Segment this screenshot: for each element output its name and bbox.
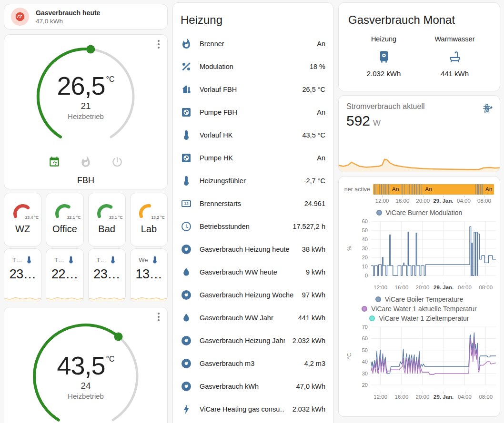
fire-circle-icon <box>181 335 192 346</box>
entity-row[interactable]: Gasverbrauch Heizung heute38 kWh <box>181 238 325 261</box>
gas-today-card[interactable]: Gasverbrauch heute 47,0 kWh <box>4 4 168 30</box>
monat-item-heizung[interactable]: Heizung2.032 kWh <box>348 35 419 78</box>
entity-name: Brenner <box>200 40 309 48</box>
calendar-sync-icon <box>48 156 60 170</box>
timeline-off-stripe <box>416 184 417 195</box>
axis-label: 20:00 <box>416 394 430 400</box>
hvac-mode-button-off[interactable] <box>111 156 123 170</box>
temperature-chart[interactable]: 203040506070°C <box>339 324 500 391</box>
legend-item[interactable]: ViCare Boiler Temperature <box>339 295 500 303</box>
entity-name: Gasverbrauch kWh <box>200 383 289 390</box>
gauge-value: 22,1 °C <box>67 215 81 220</box>
axis-tick <box>381 392 381 393</box>
entity-row[interactable]: Gasverbrauch m34,2 m3 <box>181 352 325 375</box>
entity-state: 26,5 °C <box>302 86 325 93</box>
gauge-card-wz[interactable]: 23,4 °CWZ <box>4 193 41 246</box>
gauge-icon <box>11 8 29 26</box>
legend-item[interactable]: ViCare Water 1 aktuelle Temperatur <box>339 305 500 313</box>
gas-month-card: Gasverbrauch Monat Heizung2.032 kWhWarmw… <box>338 2 500 91</box>
binary-sensor-timeline[interactable]: AnAnAn <box>373 184 494 195</box>
sensor-title: We <box>139 256 148 264</box>
gauge-card-row: 23,4 °CWZ22,1 °COffice23,1 °CBad13,2 °CL… <box>4 193 168 246</box>
entity-state: An <box>317 108 325 116</box>
power-sparkline <box>339 149 500 172</box>
entity-row[interactable]: BrennerAn <box>181 32 325 55</box>
thermostat-dial[interactable] <box>22 315 150 423</box>
gauge-value: 23,4 °C <box>25 215 39 220</box>
sensor-card[interactable]: T…23… <box>4 248 41 302</box>
entity-state: 2.032 kWh <box>292 405 325 413</box>
gauge-card-bad[interactable]: 23,1 °CBad <box>88 193 126 246</box>
axis-tick <box>402 282 402 284</box>
sensor-card[interactable]: We13… <box>130 248 168 302</box>
entity-row[interactable]: ViCare Heating gas consu…2.032 kWh <box>181 398 325 421</box>
entity-name: Modulation <box>200 63 302 70</box>
dots-vertical-icon[interactable] <box>153 39 164 52</box>
thermometer-icon <box>181 175 192 187</box>
thermostat-dial[interactable] <box>26 39 146 155</box>
svg-text:10: 10 <box>362 264 368 269</box>
svg-text:20: 20 <box>362 255 368 260</box>
power-card[interactable]: Stromverbrauch aktuell 592 W <box>338 95 500 172</box>
axis-label: 12:00 <box>373 285 387 290</box>
x-axis-temperature: 12:0016:0020:0029. Jan.04:0008:00 <box>339 393 500 401</box>
entity-row[interactable]: Betriebsstunden17.527,2 h <box>181 215 325 238</box>
fire-circle-icon <box>181 358 192 369</box>
hvac-mode-button-auto[interactable] <box>48 156 60 170</box>
entity-row[interactable]: Vorlauf HK43,5 °C <box>181 124 325 147</box>
sensor-value: 23… <box>4 267 41 282</box>
sensor-card[interactable]: T…22… <box>46 248 83 302</box>
timeline-off-stripe <box>409 184 410 195</box>
sensor-title: T… <box>54 256 64 264</box>
summary-text: Gasverbrauch heute 47,0 kWh <box>36 9 100 25</box>
entity-row[interactable]: Gasverbrauch Heizung Jahr2.032 kWh <box>181 329 325 352</box>
entity-name: Gasverbrauch Heizung Woche <box>200 291 294 299</box>
legend-item[interactable]: ViCare Burner Modulation <box>339 209 500 216</box>
timeline-off-stripe <box>388 184 389 195</box>
entity-row[interactable]: Gasverbrauch Heizung Woche97 kWh <box>181 284 325 306</box>
entity-row[interactable]: Pumpe FBHAn <box>181 101 325 124</box>
svg-text:70: 70 <box>362 324 368 330</box>
gauge-card-lab[interactable]: 13,2 °CLab <box>130 193 168 246</box>
entity-row[interactable]: Gasverbrauch WW Jahr441 kWh <box>181 306 325 329</box>
timeline-off-stripe <box>402 184 403 195</box>
monat-item-warmwasser[interactable]: Warmwasser441 kWh <box>419 35 490 78</box>
entity-row[interactable]: Gasverbrauch WW heute9 kWh <box>181 261 325 284</box>
entity-row[interactable]: 12Brennerstarts24.961 <box>181 192 325 215</box>
fire-icon <box>181 38 192 49</box>
axis-label: 20:00 <box>416 198 430 204</box>
modulation-chart[interactable]: 0102030405060% <box>339 218 500 281</box>
timeline-off-stripe <box>477 184 478 195</box>
pump-icon <box>181 152 192 164</box>
entity-row[interactable]: Vorlauf FBH26,5 °C <box>181 78 325 101</box>
axis-label: 12:00 <box>375 198 389 204</box>
axis-tick <box>444 392 444 393</box>
timeline-state-label: An <box>425 186 432 193</box>
thermostat-dial-area: 26,5 °C 21 Heizbetrieb <box>26 39 146 155</box>
svg-text:50: 50 <box>362 227 368 233</box>
gauge-arc: 23,1 °C <box>95 199 118 222</box>
timeline-off-stripe <box>414 184 415 195</box>
gauge-name: Bad <box>89 224 125 235</box>
entity-row[interactable]: Pumpe HKAn <box>181 147 325 169</box>
axis-label: 12:00 <box>373 394 387 400</box>
axis-label: 04:00 <box>457 198 471 204</box>
entity-row[interactable]: Heizungsfühler-2,7 °C <box>181 169 325 192</box>
entity-row[interactable]: Modulation18 % <box>181 55 325 78</box>
axis-tick <box>486 282 486 284</box>
legend-item[interactable]: ViCare Water 1 Zieltemperatur <box>339 315 500 322</box>
hvac-mode-button-heat[interactable] <box>80 156 92 170</box>
history-graph-card: ner active AnAnAn 12:0016:0020:0029. Jan… <box>338 176 500 417</box>
entity-name: Gasverbrauch m3 <box>200 360 297 367</box>
entity-row[interactable]: Gasverbrauch kWh47,0 kWh <box>181 375 325 398</box>
sensor-card[interactable]: T…23… <box>88 248 126 302</box>
dots-vertical-icon[interactable] <box>153 311 164 325</box>
entity-state: An <box>317 40 325 48</box>
entity-list: BrennerAnModulation18 %Vorlauf FBH26,5 °… <box>181 32 325 421</box>
timeline-off-stripe <box>478 184 479 195</box>
timeline-off-stripe <box>482 184 483 195</box>
gauge-card-office[interactable]: 22,1 °COffice <box>46 193 83 246</box>
axis-tick <box>381 282 381 284</box>
sensor-title: T… <box>96 256 106 264</box>
svg-text:40: 40 <box>362 236 368 242</box>
